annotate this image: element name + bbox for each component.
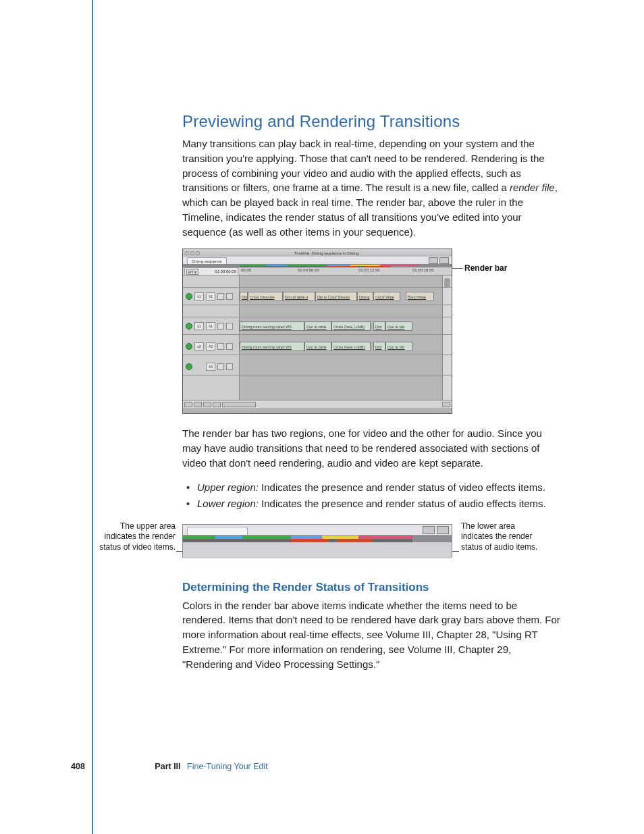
margin-rule — [92, 0, 93, 834]
render-segment — [372, 539, 412, 542]
body-paragraph: The render bar has two regions, one for … — [182, 426, 560, 470]
bullet-text: Indicates the presence and render status… — [259, 498, 546, 509]
audio-clip[interactable]: Dini — [373, 321, 385, 331]
track-row-a2: a2 A2 Dining room serving salad WS Don a… — [183, 338, 452, 355]
current-timecode: 01:00:00;00 — [215, 269, 236, 273]
audio-clip[interactable]: Don at table — [304, 342, 331, 351]
render-buttons — [423, 526, 449, 534]
dest-patch[interactable]: A3 — [206, 363, 215, 371]
rt-button[interactable]: RT ▾ — [186, 269, 198, 275]
auto-select-icon[interactable] — [186, 293, 192, 300]
render-all-button[interactable] — [423, 526, 435, 534]
link-icon[interactable] — [213, 402, 221, 407]
rt-timecode-cell: RT ▾ 01:00:00;00 — [184, 267, 238, 276]
close-icon[interactable] — [185, 251, 189, 255]
sequence-tab-row: Dining sequence — [183, 257, 452, 265]
auto-select-icon[interactable] — [186, 323, 192, 330]
page: Previewing and Rendering Transitions Man… — [0, 0, 644, 834]
minimize-icon[interactable] — [190, 251, 194, 255]
audio-clip[interactable]: Dining room serving salad WS — [240, 342, 304, 351]
text: Many transitions can play back in real-t… — [182, 138, 545, 193]
audio-clip[interactable]: Don at table — [304, 321, 331, 331]
timeline-ruler[interactable]: RT ▾ 01:00:00;00 00:00 01:00:06:00 01:00… — [183, 267, 452, 276]
lock-icon[interactable] — [217, 363, 224, 370]
window-title: Timeline: Dining sequence in Dining — [201, 251, 452, 255]
ruler-tick: 01:00:12:00 — [358, 268, 380, 272]
scroll-right-icon[interactable] — [442, 402, 450, 407]
audio-clip[interactable]: Dining room serving salad WS — [240, 321, 304, 331]
track-header: A3 — [186, 358, 237, 375]
list-item: Lower region: Indicates the presence and… — [197, 496, 560, 512]
body-paragraph: Many transitions can play back in real-t… — [182, 136, 560, 239]
bullet-text: Indicates the presence and render status… — [259, 481, 545, 493]
video-clip[interactable]: Din — [240, 292, 248, 301]
timeline-toolbar — [183, 400, 452, 408]
mute-icon[interactable] — [226, 323, 233, 330]
auto-select-icon[interactable] — [186, 343, 192, 350]
toggle-icon[interactable] — [184, 402, 192, 407]
snap-icon[interactable] — [203, 402, 211, 407]
closeup-figure: The upper area indicates the render stat… — [88, 524, 560, 565]
auto-select-icon[interactable] — [186, 363, 192, 370]
track-header: v1 V1 — [186, 288, 237, 305]
render-segment — [291, 539, 329, 542]
chapter-label: Fine-Tuning Your Edit — [187, 762, 268, 771]
sequence-tab[interactable]: Dining sequence — [187, 257, 227, 264]
transition-clip[interactable]: Clock Wipe — [373, 292, 400, 301]
audio-clip[interactable]: Don at tab — [385, 342, 412, 351]
render-selection-button[interactable] — [439, 257, 449, 264]
track-header: a1 A1 — [186, 317, 237, 334]
mute-icon[interactable] — [226, 343, 233, 350]
subsection-heading: Determining the Render Status of Transit… — [182, 581, 560, 594]
zoom-slider[interactable] — [222, 402, 256, 407]
transition-clip[interactable]: Cross Fade (+3dB) — [331, 342, 371, 351]
renderbar-closeup — [182, 524, 452, 558]
track-header: a2 A2 — [186, 338, 237, 355]
bullet-term: Lower region: — [197, 498, 259, 509]
dest-patch[interactable]: V1 — [206, 292, 215, 301]
callout-label: Render bar — [464, 263, 507, 273]
spacer-row — [183, 276, 452, 288]
callout-right: The lower area indicates the render stat… — [461, 521, 549, 553]
transition-clip[interactable]: Cross Dissolve — [248, 292, 283, 301]
video-clip[interactable]: Don at table a — [283, 292, 315, 301]
page-footer: 408 Part III Fine-Tuning Your Edit — [71, 762, 268, 771]
dest-patch[interactable]: A1 — [206, 322, 215, 330]
render-all-button[interactable] — [429, 257, 438, 264]
toggle-icon[interactable] — [194, 402, 202, 407]
body-paragraph: Colors in the render bar above items ind… — [182, 598, 560, 672]
audio-clip[interactable]: Don at tab — [385, 321, 412, 331]
dest-patch[interactable]: A2 — [206, 342, 215, 350]
ruler-tick: 01:00:06:00 — [298, 268, 319, 272]
transition-clip[interactable]: Band Wipe — [406, 292, 434, 301]
timeline-window: Timeline: Dining sequence in Dining Dini… — [182, 249, 452, 414]
ruler-tick: 01:00:18:00 — [412, 268, 434, 272]
source-patch[interactable]: a1 — [194, 322, 204, 330]
callout-line — [452, 551, 459, 552]
source-patch[interactable]: v1 — [194, 292, 204, 301]
timeline-figure: Timeline: Dining sequence in Dining Dini… — [182, 249, 560, 414]
render-segment — [337, 539, 372, 542]
render-segment — [183, 539, 291, 542]
ruler-tick: 00:00 — [241, 268, 251, 272]
content-column: Previewing and Rendering Transitions Man… — [182, 112, 560, 681]
timeline-body: v1 V1 Din Cross Dissolve Don at table a … — [183, 276, 452, 408]
transition-clip[interactable]: Cross Fade (+3dB) — [331, 321, 371, 331]
sequence-tab[interactable] — [187, 527, 248, 535]
mute-icon[interactable] — [226, 363, 233, 370]
callout-left: The upper area indicates the render stat… — [88, 521, 176, 553]
source-patch[interactable]: a2 — [194, 342, 204, 350]
lock-icon[interactable] — [217, 323, 224, 330]
visibility-icon[interactable] — [226, 293, 233, 300]
transition-clip[interactable]: Dip to Color Dissolv — [315, 292, 357, 301]
render-segment — [329, 539, 337, 542]
lock-icon[interactable] — [217, 293, 224, 300]
closeup-tabrow — [183, 525, 452, 536]
audio-clip[interactable]: Dini — [373, 342, 385, 351]
lock-icon[interactable] — [217, 343, 224, 350]
page-number: 408 — [71, 762, 85, 771]
render-selection-button[interactable] — [437, 526, 449, 534]
zoom-icon[interactable] — [196, 251, 200, 255]
video-clip[interactable]: Dining — [357, 292, 373, 301]
part-label: Part III — [155, 762, 180, 771]
